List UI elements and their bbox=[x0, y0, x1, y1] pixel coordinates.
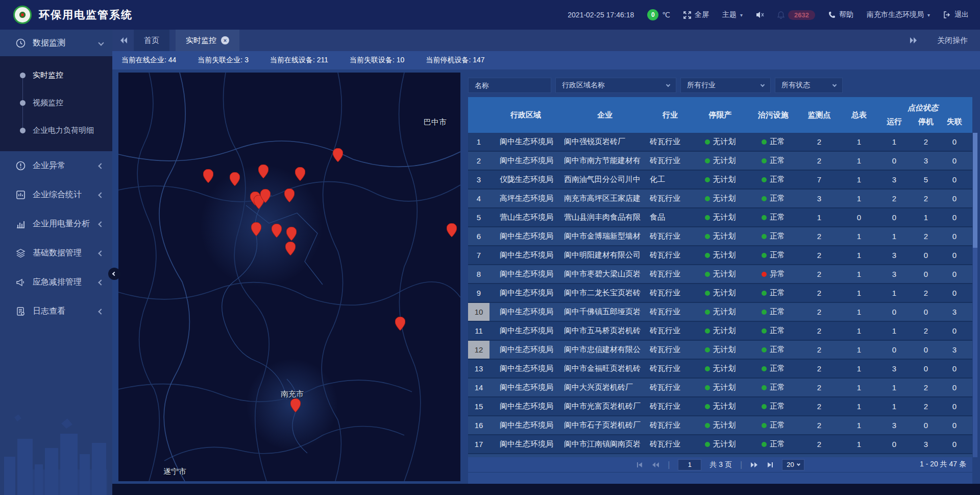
sidebar-item-company-statistics[interactable]: 企业综合统计 bbox=[0, 180, 112, 209]
map-pin-icon[interactable] bbox=[286, 227, 297, 241]
column-header-point-status-group: 点位状态 运行 停机 失联 bbox=[878, 97, 967, 133]
chevron-left-icon bbox=[98, 250, 104, 256]
table-scrollbar[interactable] bbox=[973, 133, 977, 457]
map-pin-icon[interactable] bbox=[258, 164, 268, 178]
table-row[interactable]: 6阆中生态环境局阆中市金博瑞新型墙材砖瓦行业无计划正常21120 bbox=[468, 227, 972, 245]
sidebar-item-logs[interactable]: 日志查看 bbox=[0, 297, 112, 326]
cell-meters: 1 bbox=[840, 341, 878, 359]
map[interactable]: 巴中市南充市遂宁市 bbox=[118, 73, 460, 481]
table-header: 行政区域 企业 行业 停限产 治污设施 监测点 总表 点位状态 运行 停机 失联 bbox=[468, 97, 972, 133]
close-operations-button[interactable]: 关闭操作 bbox=[937, 36, 968, 45]
cell-index: 14 bbox=[468, 379, 489, 396]
mute-button[interactable] bbox=[756, 11, 764, 18]
status-dot-green-icon bbox=[762, 158, 767, 163]
last-page-button[interactable] bbox=[767, 461, 774, 468]
map-city-label: 遂宁市 bbox=[163, 467, 186, 477]
status-dot-green-icon bbox=[705, 310, 710, 315]
map-pin-icon[interactable] bbox=[260, 189, 271, 203]
notifications[interactable]: 2632 bbox=[777, 10, 815, 20]
org-dropdown[interactable]: 南充市生态环境局▾ bbox=[867, 10, 930, 19]
table-row[interactable]: 15阆中生态环境局阆中市光富页岩机砖厂砖瓦行业无计划正常21120 bbox=[468, 397, 972, 415]
map-pin-icon[interactable] bbox=[333, 148, 343, 162]
table-row[interactable]: 1阆中生态环境局阆中强锐页岩砖厂砖瓦行业无计划正常21120 bbox=[468, 133, 972, 151]
table-row[interactable]: 13阆中生态环境局阆中市金福旺页岩机砖砖瓦行业无计划正常21300 bbox=[468, 360, 972, 378]
prev-page-button[interactable] bbox=[651, 461, 659, 468]
sidebar-item-emergency-reduction[interactable]: 应急减排管理 bbox=[0, 268, 112, 297]
cell-index: 8 bbox=[468, 265, 489, 283]
table-row[interactable]: 14阆中生态环境局阆中大兴页岩机砖厂砖瓦行业无计划正常21120 bbox=[468, 379, 972, 396]
map-pin-icon[interactable] bbox=[284, 188, 295, 202]
region-filter-select[interactable]: 行政区域名称 bbox=[555, 78, 676, 93]
map-pin-icon[interactable] bbox=[447, 223, 457, 237]
fullscreen-button[interactable]: 全屏 bbox=[683, 10, 709, 19]
table-row[interactable]: 2阆中生态环境局阆中市南方节能建材有砖瓦行业无计划正常21030 bbox=[468, 152, 972, 170]
table-row[interactable]: 16阆中生态环境局阆中市石子页岩机砖厂砖瓦行业无计划正常21300 bbox=[468, 416, 972, 434]
map-pin-icon[interactable] bbox=[290, 398, 301, 412]
cell-points: 2 bbox=[799, 265, 840, 283]
industry-filter-select[interactable]: 所有行业 bbox=[680, 78, 771, 93]
sidebar-item-power-analysis[interactable]: 企业用电量分析 bbox=[0, 209, 112, 239]
table-row[interactable]: 10阆中生态环境局阆中千佛镇五郎垭页岩砖瓦行业无计划正常21003 bbox=[468, 303, 972, 321]
sidebar-item-realtime-monitor[interactable]: 实时监控 bbox=[0, 61, 112, 89]
cell-industry: 砖瓦行业 bbox=[648, 397, 693, 415]
map-pin-icon[interactable] bbox=[395, 317, 405, 331]
tabs-scroll-left-button[interactable] bbox=[119, 37, 128, 44]
name-filter-input[interactable] bbox=[468, 78, 551, 93]
theme-dropdown[interactable]: 主题▾ bbox=[722, 10, 743, 19]
cell-meters: 1 bbox=[840, 246, 878, 264]
page-size-select[interactable]: 20 bbox=[782, 459, 804, 470]
sidebar-item-power-load-detail[interactable]: 企业电力负荷明细 bbox=[0, 116, 112, 144]
table-row[interactable]: 9阆中生态环境局阆中市二龙长宝页岩砖砖瓦行业无计划正常21120 bbox=[468, 284, 972, 302]
cell-index: 16 bbox=[468, 416, 489, 434]
cell-facility: 异常 bbox=[748, 265, 799, 283]
tab-home[interactable]: 首页 bbox=[134, 30, 169, 51]
message-count-badge[interactable]: 2632 bbox=[788, 10, 815, 20]
map-pin-icon[interactable] bbox=[251, 222, 261, 236]
tab-close-icon[interactable]: × bbox=[221, 36, 229, 44]
tabs-scroll-right-button[interactable] bbox=[910, 37, 918, 44]
cell-index: 13 bbox=[468, 360, 489, 378]
help-button[interactable]: 帮助 bbox=[828, 10, 853, 19]
status-filter-select[interactable]: 所有状态 bbox=[775, 78, 843, 93]
column-header-index bbox=[468, 97, 489, 133]
cell-industry: 化工 bbox=[648, 171, 693, 188]
next-page-button[interactable] bbox=[750, 461, 758, 468]
map-pin-icon[interactable] bbox=[272, 224, 282, 238]
sidebar-collapse-toggle[interactable] bbox=[108, 268, 120, 280]
table-row[interactable]: 7阆中生态环境局阆中明阳建材有限公司砖瓦行业无计划正常21300 bbox=[468, 246, 972, 264]
map-pin-icon[interactable] bbox=[285, 242, 296, 255]
sidebar-item-base-data[interactable]: 基础数据管理 bbox=[0, 239, 112, 268]
logout-button[interactable]: 退出 bbox=[943, 10, 969, 19]
first-page-button[interactable] bbox=[636, 461, 643, 468]
table-row[interactable]: 3仪陇生态环境局西南油气田分公司川中化工无计划正常71350 bbox=[468, 171, 972, 188]
cell-points: 2 bbox=[799, 435, 840, 453]
table-row[interactable]: 11阆中生态环境局阆中市五马桥页岩机砖砖瓦行业无计划正常21120 bbox=[468, 322, 972, 340]
table-row[interactable]: 12阆中生态环境局阆中市忠信建材有限公砖瓦行业无计划正常21003 bbox=[468, 341, 972, 359]
stats-window-icon bbox=[15, 190, 26, 200]
table-row[interactable]: 5营山生态环境局营山县润丰肉食品有限食品无计划正常10010 bbox=[468, 208, 972, 226]
monitor-clock-icon bbox=[15, 38, 26, 48]
chevron-down-icon bbox=[761, 82, 765, 86]
cell-plan: 无计划 bbox=[693, 265, 748, 283]
tab-realtime-monitor[interactable]: 实时监控 × bbox=[176, 30, 239, 51]
cell-industry: 砖瓦行业 bbox=[648, 360, 693, 378]
table-row[interactable]: 4高坪生态环境局南充市高坪区王家店建砖瓦行业无计划正常31220 bbox=[468, 190, 972, 207]
cell-facility: 正常 bbox=[748, 246, 799, 264]
chevron-down-icon bbox=[666, 82, 670, 86]
sidebar-item-company-abnormal[interactable]: 企业异常 bbox=[0, 151, 112, 180]
cell-index: 7 bbox=[468, 246, 489, 264]
scrollbar-thumb[interactable] bbox=[973, 133, 977, 248]
cell-offline: 0 bbox=[942, 152, 967, 170]
sidebar-item-video-monitor[interactable]: 视频监控 bbox=[0, 89, 112, 116]
table-row[interactable]: 17阆中生态环境局阆中市江南镇阆南页岩砖瓦行业无计划正常21030 bbox=[468, 435, 972, 453]
map-pin-icon[interactable] bbox=[295, 167, 305, 181]
map-pin-icon[interactable] bbox=[203, 169, 213, 183]
status-dot-red-icon bbox=[762, 272, 767, 277]
cell-region: 阆中生态环境局 bbox=[489, 303, 562, 321]
sidebar-item-data-monitor[interactable]: 数据监测 bbox=[0, 30, 112, 56]
cell-offline: 0 bbox=[942, 227, 967, 245]
map-pin-icon[interactable] bbox=[230, 172, 240, 186]
page-number-input[interactable] bbox=[678, 459, 701, 470]
cell-stopped: 2 bbox=[910, 397, 942, 415]
table-row[interactable]: 8阆中生态环境局阆中市枣碧大梁山页岩砖瓦行业无计划异常21300 bbox=[468, 265, 972, 283]
